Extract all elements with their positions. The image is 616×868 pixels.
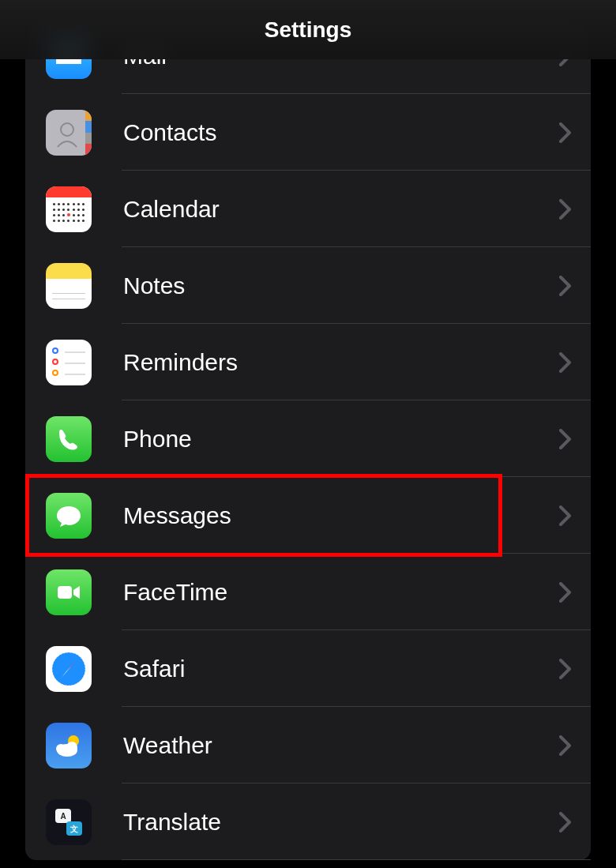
svg-rect-1 [58,586,72,599]
chevron-right-icon [559,122,572,143]
settings-row-contacts[interactable]: Contacts [25,94,591,171]
settings-row-phone[interactable]: Phone [25,400,591,477]
chevron-right-icon [559,582,572,603]
row-label: Phone [123,426,559,453]
row-label: FaceTime [123,579,559,606]
row-label: Reminders [123,349,559,376]
row-label: Calendar [123,196,559,223]
header: Settings [0,0,616,59]
messages-icon [46,493,92,539]
svg-text:文: 文 [69,825,78,833]
settings-row-weather[interactable]: Weather [25,707,591,783]
chevron-right-icon [559,429,572,449]
chevron-right-icon [559,505,572,526]
chevron-right-icon [559,199,572,220]
weather-icon [46,723,92,768]
row-label: Weather [123,732,559,759]
chevron-right-icon [559,352,572,373]
phone-icon [46,416,92,462]
settings-row-facetime[interactable]: FaceTime [25,554,591,630]
settings-row-reminders[interactable]: Reminders [25,324,591,400]
chevron-right-icon [559,812,572,832]
row-label: Notes [123,272,559,299]
chevron-right-icon [559,735,572,756]
settings-row-calendar[interactable]: Calendar [25,171,591,247]
row-label: Contacts [123,119,559,146]
svg-point-0 [61,123,73,136]
settings-row-translate[interactable]: A 文 Translate [25,783,591,860]
translate-icon: A 文 [46,799,92,845]
notes-icon [46,263,92,309]
chevron-right-icon [559,276,572,296]
calendar-icon [46,186,92,232]
svg-text:A: A [60,812,66,821]
chevron-right-icon [559,659,572,679]
settings-row-safari[interactable]: Safari [25,630,591,707]
svg-point-8 [56,744,66,753]
settings-list: Mail Contacts Calendar Notes [25,17,591,860]
reminders-icon [46,340,92,385]
facetime-icon [46,569,92,615]
settings-row-notes[interactable]: Notes [25,247,591,324]
separator [122,859,591,860]
page-title: Settings [265,17,351,43]
settings-row-messages[interactable]: Messages [25,477,591,554]
row-label: Translate [123,809,559,836]
svg-point-9 [66,742,77,753]
contacts-icon [46,110,92,156]
row-label: Safari [123,656,559,682]
safari-icon [46,646,92,692]
row-label: Messages [123,502,559,529]
